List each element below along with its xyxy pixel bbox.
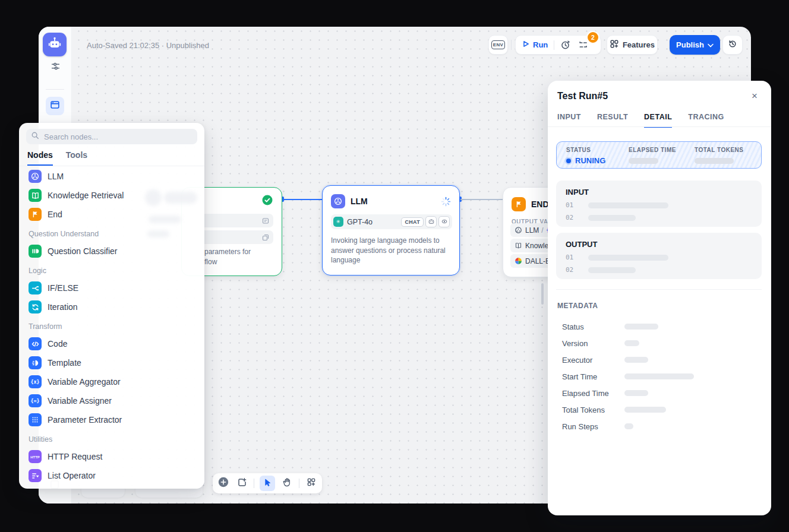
canvas-toolbar bbox=[213, 473, 322, 493]
run-history-icon[interactable] bbox=[560, 40, 570, 50]
panel-divider bbox=[19, 166, 204, 166]
flag-icon bbox=[29, 208, 42, 221]
node-item-code[interactable]: Code bbox=[19, 334, 204, 353]
search-input[interactable] bbox=[43, 132, 182, 142]
paragraph-icon bbox=[262, 234, 269, 241]
edge-start-to-llm[interactable] bbox=[283, 199, 322, 200]
app-logo[interactable] bbox=[43, 33, 67, 56]
toolbar-divider bbox=[299, 479, 299, 488]
autosave-status: Auto-Saved 21:02:35 · Unpublished bbox=[87, 41, 209, 50]
node-search-box bbox=[26, 129, 197, 144]
publish-button[interactable]: Publish bbox=[670, 35, 720, 55]
node-item-variable-aggregator[interactable]: {x}Variable Aggregator bbox=[19, 372, 204, 391]
elapsed-time-label: ELAPSED TIME bbox=[629, 147, 695, 153]
input-skeleton bbox=[588, 202, 668, 208]
input-card: INPUT 01 02 bbox=[556, 180, 762, 227]
tokens-skeleton bbox=[695, 158, 734, 164]
node-item-llm[interactable]: LLM bbox=[19, 167, 204, 186]
run-button[interactable]: Run bbox=[533, 40, 548, 49]
node-item-iteration[interactable]: Iteration bbox=[19, 297, 204, 316]
pointer-mode-button[interactable] bbox=[260, 476, 275, 491]
svg-text:{=}: {=} bbox=[30, 398, 39, 404]
dalle-icon bbox=[515, 257, 522, 265]
output-skeleton bbox=[588, 255, 668, 261]
metadata-row-total-tokens: Total Tokens bbox=[562, 401, 758, 418]
node-group-label: Utilities bbox=[19, 429, 204, 447]
node-item-if-else[interactable]: IF/ELSE bbox=[19, 278, 204, 297]
vision-badge bbox=[438, 216, 450, 227]
chevron-down-icon bbox=[708, 40, 714, 49]
edge-llm-to-end[interactable] bbox=[460, 199, 503, 200]
node-item-end[interactable]: End bbox=[19, 205, 204, 224]
book-icon bbox=[29, 189, 42, 202]
tabs-divider bbox=[548, 126, 771, 127]
hand-mode-button[interactable] bbox=[280, 477, 293, 490]
panel-title: Test Run#5 bbox=[557, 91, 608, 102]
tab-tools[interactable]: Tools bbox=[66, 150, 87, 166]
classifier-icon bbox=[29, 245, 42, 258]
features-icon bbox=[610, 39, 619, 50]
metadata-skeleton bbox=[624, 324, 658, 330]
end-flag-icon bbox=[512, 197, 526, 211]
node-item-variable-assigner[interactable]: {=}Variable Assigner bbox=[19, 391, 204, 410]
tab-nodes[interactable]: Nodes bbox=[27, 150, 53, 166]
llm-node[interactable]: LLM ✳ GPT-4o CHAT Invoking large languag… bbox=[322, 185, 460, 276]
sliders-icon bbox=[51, 61, 61, 74]
window-icon bbox=[50, 100, 60, 112]
layout-icon bbox=[307, 477, 316, 489]
organize-blocks-button[interactable] bbox=[305, 477, 318, 490]
node-list: LLMKnowledge RetrievalEndQuestion Unders… bbox=[19, 167, 204, 485]
metadata-skeleton bbox=[624, 357, 648, 363]
env-button[interactable]: ENV bbox=[488, 35, 508, 55]
book-small-icon bbox=[515, 242, 522, 249]
node-item-knowledge-retrieval[interactable]: Knowledge Retrieval bbox=[19, 186, 204, 205]
add-note-button[interactable] bbox=[235, 477, 248, 490]
rail-divider bbox=[46, 89, 64, 90]
node-item-question-classifier[interactable]: Question Classifier bbox=[19, 242, 204, 261]
search-icon bbox=[31, 131, 39, 142]
note-plus-icon bbox=[237, 477, 247, 490]
status-value: RUNING bbox=[575, 156, 605, 165]
node-item-parameter-extractor[interactable]: Parameter Extractor bbox=[19, 410, 204, 429]
loop-icon bbox=[29, 300, 42, 314]
run-tab-detail[interactable]: DETAIL bbox=[644, 113, 672, 128]
play-icon[interactable] bbox=[522, 40, 530, 50]
node-item-list-operator[interactable]: List Operator bbox=[19, 466, 204, 485]
checklist-icon[interactable] bbox=[578, 40, 588, 50]
var-aggregator-icon: {x} bbox=[29, 375, 42, 388]
var-assigner-icon: {=} bbox=[29, 394, 42, 407]
status-label: STATUS bbox=[566, 147, 629, 153]
model-selector[interactable]: ✳ GPT-4o CHAT bbox=[331, 214, 452, 229]
node-item-http-request[interactable]: HTTPHTTP Request bbox=[19, 447, 204, 466]
toolbar-divider bbox=[511, 40, 512, 50]
http-icon: HTTP bbox=[29, 450, 42, 463]
eye-icon bbox=[441, 217, 448, 227]
start-node-description: flow bbox=[204, 258, 217, 266]
llm-small-icon bbox=[515, 226, 522, 234]
add-node-button[interactable] bbox=[217, 477, 230, 490]
elapsed-skeleton bbox=[629, 158, 658, 164]
run-tab-result[interactable]: RESULT bbox=[597, 113, 628, 128]
metadata-row-version: Version bbox=[562, 335, 758, 352]
success-check-icon bbox=[262, 195, 273, 205]
node-search-panel: Nodes Tools LLMKnowledge RetrievalEndQue… bbox=[19, 123, 204, 489]
features-button[interactable]: Features bbox=[607, 35, 658, 55]
panel-resize-grip[interactable] bbox=[541, 283, 544, 305]
status-banner: STATUS RUNING ELAPSED TIME TOTAL TOKENS bbox=[556, 141, 762, 169]
status-dot-icon bbox=[566, 159, 571, 163]
llm-icon bbox=[331, 194, 345, 208]
node-item-template[interactable]: Template bbox=[19, 353, 204, 372]
run-tab-input[interactable]: INPUT bbox=[557, 113, 581, 128]
env-icon: ENV bbox=[491, 40, 505, 49]
input-label: INPUT bbox=[566, 188, 752, 197]
run-tab-tracing[interactable]: TRACING bbox=[688, 113, 724, 128]
rail-preview-button[interactable] bbox=[46, 97, 64, 115]
text-field-icon bbox=[262, 217, 269, 224]
close-icon[interactable]: × bbox=[747, 89, 762, 103]
listop-icon bbox=[29, 469, 42, 482]
node-group-label: Question Understand bbox=[19, 224, 204, 242]
plus-circle-icon bbox=[218, 477, 229, 490]
rail-orchestrate-button[interactable] bbox=[49, 61, 62, 74]
version-history-button[interactable] bbox=[722, 35, 743, 55]
svg-text:✳: ✳ bbox=[336, 219, 340, 224]
